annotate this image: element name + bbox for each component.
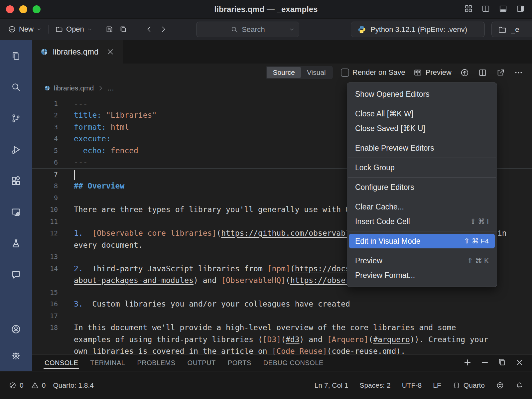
new-button[interactable]: New: [5, 23, 45, 36]
panel-tab-ports[interactable]: PORTS: [222, 355, 257, 371]
render-button[interactable]: [460, 67, 469, 77]
workspace-selector[interactable]: _e: [491, 22, 532, 37]
activity-sessions[interactable]: [0, 197, 32, 228]
status-label: 0: [42, 381, 46, 389]
code-line[interactable]: 17: [32, 310, 532, 322]
source-mode-button[interactable]: Source: [267, 67, 301, 78]
activity-extensions[interactable]: [0, 165, 32, 197]
status-0[interactable]: 0: [9, 381, 24, 389]
activity-settings[interactable]: [0, 342, 32, 369]
menu-item-enable-preview-editors[interactable]: Enable Preview Editors: [349, 141, 495, 155]
panel-tab-debug-console[interactable]: DEBUG CONSOLE: [257, 355, 330, 371]
chevron-down-icon: [37, 27, 42, 32]
activity-source-control[interactable]: [0, 103, 32, 134]
back-button[interactable]: [142, 22, 156, 36]
code-text: 3. Custom libraries you and/or your coll…: [58, 300, 350, 308]
code-token: [Observable core libraries]: [92, 229, 216, 237]
render-on-save-control: Render on Save: [341, 68, 405, 77]
code-token: 3.: [74, 300, 83, 308]
layout-grid-button[interactable]: [464, 4, 473, 14]
line-number: 2: [32, 111, 58, 119]
panel-plus-button[interactable]: [463, 358, 472, 368]
menu-item-preview[interactable]: Preview⇧ ⌘ K: [349, 253, 495, 268]
status-ln-7-col-1[interactable]: Ln 7, Col 1: [315, 381, 348, 389]
panel-restore-button[interactable]: [497, 358, 507, 368]
code-token: echo:: [74, 146, 106, 155]
panel-right-button[interactable]: [516, 4, 525, 14]
code-line[interactable]: own libraries is covered in the article …: [32, 345, 532, 355]
status-utf-8[interactable]: UTF-8: [402, 381, 422, 389]
code-token: (: [290, 264, 295, 273]
panel-bottom-button[interactable]: [499, 4, 507, 14]
activity-chat[interactable]: [0, 259, 32, 290]
tab-close-icon[interactable]: [106, 48, 115, 56]
render-on-save-checkbox[interactable]: [341, 68, 349, 77]
menu-item-close-all-k-w[interactable]: Close All [⌘K W]: [349, 106, 495, 121]
menu-item-edit-in-visual-mode[interactable]: Edit in Visual Mode⇧ ⌘ F4: [349, 234, 495, 248]
save-button[interactable]: [102, 22, 116, 36]
search-input[interactable]: Search: [196, 22, 299, 37]
render-on-save-label: Render on Save: [352, 68, 405, 77]
panel-tab-problems[interactable]: PROBLEMS: [131, 355, 181, 371]
panel-tab-terminal[interactable]: TERMINAL: [84, 355, 131, 371]
activity-search[interactable]: [0, 71, 32, 103]
status-quarto-1-8-4[interactable]: Quarto: 1.8.4: [53, 381, 94, 389]
code-line[interactable]: 18In this document we'll provide a high-…: [32, 322, 532, 334]
code-token: about-packages-and-modules: [74, 276, 194, 285]
status-quarto[interactable]: Quarto: [453, 381, 485, 389]
line-number: 17: [32, 312, 58, 320]
split-editor-button[interactable]: [477, 67, 487, 77]
status-bell[interactable]: [515, 381, 523, 389]
minimize-window-button[interactable]: [19, 5, 27, 13]
close-window-button[interactable]: [6, 5, 14, 13]
zoom-window-button[interactable]: [33, 5, 41, 13]
status-0[interactable]: 0: [31, 381, 46, 389]
breadcrumb-file[interactable]: libraries.qmd: [54, 84, 94, 92]
panel-tab-console[interactable]: CONSOLE: [39, 355, 84, 371]
line-number: 18: [32, 324, 58, 332]
code-line[interactable]: 15: [32, 286, 532, 298]
tab-libraries-qmd[interactable]: libraries.qmd: [32, 40, 123, 64]
code-token: Third-party JavaScript libraries from: [83, 264, 267, 273]
activity-run-debug[interactable]: [0, 134, 32, 165]
code-line[interactable]: 163. Custom libraries you and/or your co…: [32, 298, 532, 310]
panel-minus-button[interactable]: [480, 358, 489, 368]
status-lf[interactable]: LF: [433, 381, 441, 389]
menu-item-show-opened-editors[interactable]: Show Opened Editors: [349, 87, 495, 101]
status-bar-left: 00Quarto: 1.8.4: [9, 381, 94, 389]
more-actions-button[interactable]: [513, 67, 523, 77]
interpreter-selector[interactable]: Python 3.12.1 (PipEnv: .venv): [351, 22, 485, 37]
activity-testing[interactable]: [0, 228, 32, 259]
menu-item-label: Show Opened Editors: [355, 90, 430, 99]
open-in-new-window-button[interactable]: [495, 67, 505, 77]
code-token: #arquero: [373, 335, 410, 344]
visual-mode-button[interactable]: Visual: [301, 67, 332, 78]
code-line[interactable]: examples of using third-party libraries …: [32, 333, 532, 345]
code-token: (: [286, 276, 290, 285]
save-all-button[interactable]: [116, 22, 130, 36]
panel-tab-output[interactable]: OUTPUT: [182, 355, 222, 371]
menu-item-preview-format[interactable]: Preview Format...: [349, 268, 495, 283]
open-button[interactable]: Open: [52, 23, 95, 36]
menu-item-insert-code-cell[interactable]: Insert Code Cell⇧ ⌘ I: [349, 214, 495, 229]
menu-item-close-saved-k-u[interactable]: Close Saved [⌘K U]: [349, 121, 495, 136]
status-spaces-2[interactable]: Spaces: 2: [359, 381, 390, 389]
preview-button[interactable]: Preview: [413, 68, 452, 77]
activity-account[interactable]: [0, 316, 32, 342]
breadcrumb-ellipsis[interactable]: …: [107, 84, 114, 92]
menu-item-lock-group[interactable]: Lock Group: [349, 160, 495, 175]
split-columns-button[interactable]: [481, 4, 490, 14]
forward-button[interactable]: [156, 22, 170, 36]
menu-item-clear-cache[interactable]: Clear Cache...: [349, 200, 495, 214]
panel-close-button[interactable]: [515, 358, 524, 368]
menu-item-configure-editors[interactable]: Configure Editors: [349, 180, 495, 195]
chevron-down-icon: [87, 27, 92, 32]
titlebar: libraries.qmd — _examples: [0, 0, 532, 19]
code-token: own libraries is covered in the article …: [74, 347, 272, 354]
preview-button-label: Preview: [426, 68, 452, 77]
menu-item-label: Clear Cache...: [355, 202, 404, 211]
chat-icon: [11, 269, 21, 280]
line-number: 16: [32, 300, 58, 308]
status-smiley[interactable]: [496, 381, 504, 389]
activity-explorer[interactable]: [0, 40, 32, 71]
